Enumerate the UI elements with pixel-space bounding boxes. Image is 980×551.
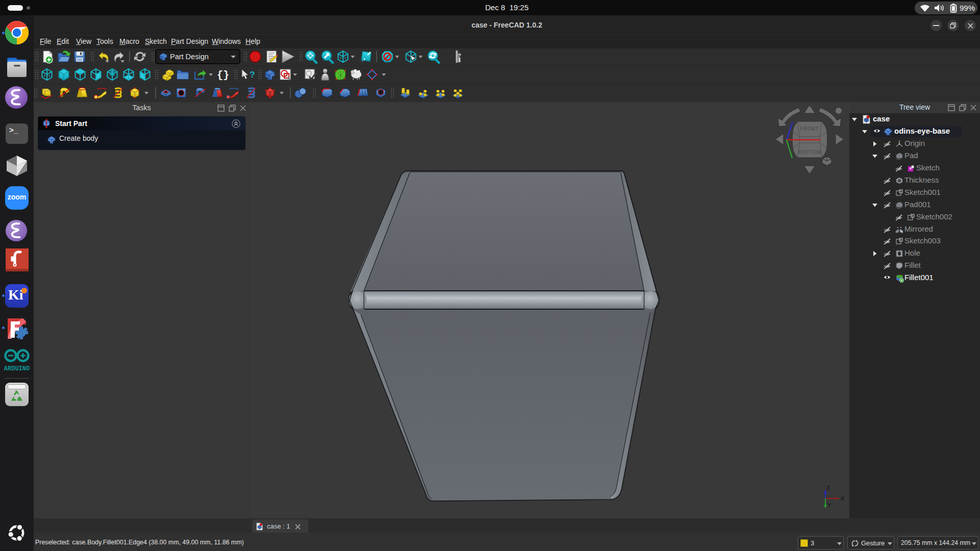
svg-text:?: ? <box>250 70 255 80</box>
svg-text:{}: {} <box>217 69 229 81</box>
svg-text:BOTTOM: BOTTOM <box>798 149 821 155</box>
svg-text:Y: Y <box>827 502 831 508</box>
svg-text:Z: Z <box>826 485 830 491</box>
svg-text:X: X <box>841 495 845 502</box>
svg-text:Part Design: Part Design <box>170 53 209 61</box>
svg-text:ARDUINO: ARDUINO <box>4 365 30 372</box>
svg-text:FRONT: FRONT <box>800 126 819 132</box>
